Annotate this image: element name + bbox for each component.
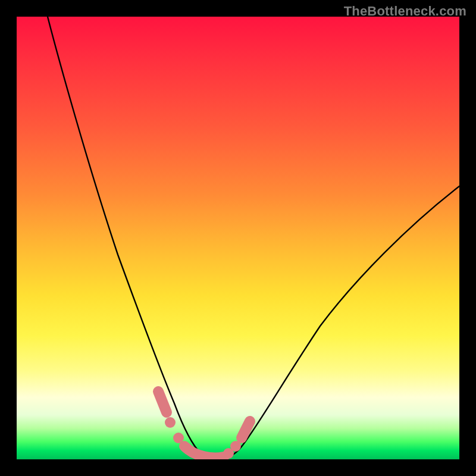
marker-bottom <box>184 446 224 458</box>
bottleneck-curve <box>48 17 459 459</box>
plot-area <box>17 17 459 459</box>
marker-left <box>158 392 167 412</box>
chart-frame: TheBottleneck.com <box>0 0 476 476</box>
curve-layer <box>17 17 459 459</box>
marker-right <box>242 421 250 438</box>
marker-dot <box>165 417 176 428</box>
watermark-text: TheBottleneck.com <box>344 4 466 19</box>
